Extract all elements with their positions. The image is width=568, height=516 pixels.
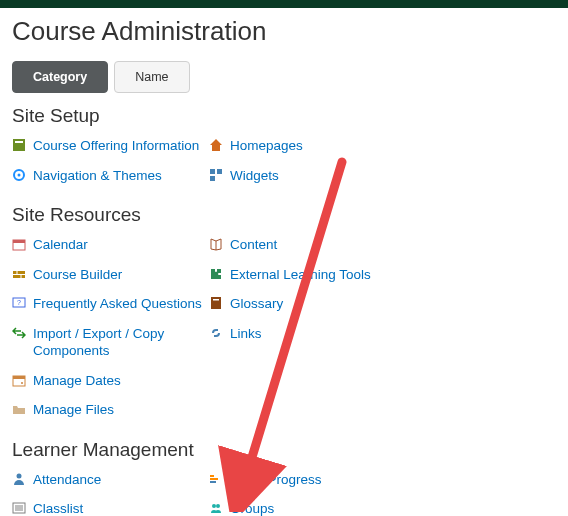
- tool-link[interactable]: Navigation & Themes: [33, 167, 162, 185]
- dates-icon: [12, 373, 26, 387]
- link-item: Manage Dates: [12, 372, 209, 390]
- info-box-icon: [12, 138, 26, 152]
- tool-link[interactable]: Glossary: [230, 295, 283, 313]
- list-icon: [12, 501, 26, 515]
- link-item: Content: [209, 236, 406, 254]
- link-item: Import / Export / Copy Components: [12, 325, 209, 360]
- svg-point-29: [212, 504, 216, 508]
- folder-icon: [12, 402, 26, 416]
- tool-link[interactable]: Classlist: [33, 500, 83, 516]
- tool-link[interactable]: Manage Files: [33, 401, 114, 419]
- link-item: Course Offering Information: [12, 137, 209, 155]
- svg-rect-1: [15, 141, 23, 143]
- link-item: Class Progress: [209, 471, 406, 489]
- main-content: Course Administration Category Name Site…: [0, 8, 568, 516]
- link-item: Glossary: [209, 295, 406, 313]
- tool-link[interactable]: Course Builder: [33, 266, 122, 284]
- widget-icon: [209, 168, 223, 182]
- svg-point-21: [17, 473, 22, 478]
- progress-icon: [209, 472, 223, 486]
- faq-icon: ?: [12, 296, 26, 310]
- tool-link[interactable]: Manage Dates: [33, 372, 121, 390]
- link-item: Groups: [209, 500, 406, 516]
- svg-rect-24: [210, 481, 216, 483]
- arrows-icon: [12, 326, 26, 340]
- tool-link[interactable]: Content: [230, 236, 277, 254]
- page-title: Course Administration: [12, 16, 556, 47]
- tool-link[interactable]: Class Progress: [230, 471, 322, 489]
- tab-name[interactable]: Name: [114, 61, 189, 93]
- link-item: Links: [209, 325, 406, 360]
- calendar-icon: [12, 237, 26, 251]
- svg-rect-0: [13, 139, 25, 151]
- section-title: Site Setup: [12, 105, 556, 127]
- tab-category[interactable]: Category: [12, 61, 108, 93]
- link-grid: Course Offering InformationHomepagesNavi…: [12, 137, 556, 196]
- svg-rect-8: [13, 240, 25, 243]
- svg-rect-6: [210, 176, 215, 181]
- link-item: Course Builder: [12, 266, 209, 284]
- tool-link[interactable]: Attendance: [33, 471, 101, 489]
- link-grid: CalendarContentCourse BuilderExternal Le…: [12, 236, 556, 431]
- tool-link[interactable]: External Learning Tools: [230, 266, 371, 284]
- groups-icon: [209, 501, 223, 515]
- link-item: Navigation & Themes: [12, 167, 209, 185]
- link-item: Widgets: [209, 167, 406, 185]
- target-icon: [12, 168, 26, 182]
- svg-rect-23: [210, 478, 218, 480]
- tool-link[interactable]: Widgets: [230, 167, 279, 185]
- brick-icon: [12, 267, 26, 281]
- link-item: Attendance: [12, 471, 209, 489]
- top-accent-bar: [0, 0, 568, 8]
- svg-rect-17: [213, 299, 219, 301]
- svg-rect-22: [210, 475, 214, 477]
- svg-point-3: [18, 173, 21, 176]
- link-item: [209, 372, 406, 390]
- tool-link[interactable]: Homepages: [230, 137, 303, 155]
- tool-link[interactable]: Frequently Asked Questions: [33, 295, 202, 313]
- tool-link[interactable]: Groups: [230, 500, 274, 516]
- link-item: ?Frequently Asked Questions: [12, 295, 209, 313]
- svg-text:?: ?: [17, 299, 21, 306]
- section-title: Site Resources: [12, 204, 556, 226]
- tool-link[interactable]: Links: [230, 325, 262, 343]
- glossary-icon: [209, 296, 223, 310]
- book-icon: [209, 237, 223, 251]
- svg-rect-16: [211, 297, 221, 309]
- puzzle-icon: [209, 267, 223, 281]
- svg-rect-19: [13, 376, 25, 379]
- link-item: Classlist: [12, 500, 209, 516]
- svg-point-20: [21, 382, 23, 384]
- svg-rect-5: [217, 169, 222, 174]
- tool-link[interactable]: Calendar: [33, 236, 88, 254]
- link-grid: AttendanceClass ProgressClasslistGroups: [12, 471, 556, 516]
- svg-rect-4: [210, 169, 215, 174]
- link-icon: [209, 326, 223, 340]
- section-title: Learner Management: [12, 439, 556, 461]
- home-icon: [209, 138, 223, 152]
- tool-link[interactable]: Import / Export / Copy Components: [33, 325, 209, 360]
- link-item: Homepages: [209, 137, 406, 155]
- svg-point-30: [216, 504, 220, 508]
- link-item: Manage Files: [12, 401, 209, 419]
- link-item: External Learning Tools: [209, 266, 406, 284]
- person-icon: [12, 472, 26, 486]
- tool-link[interactable]: Course Offering Information: [33, 137, 199, 155]
- view-tabs: Category Name: [12, 61, 556, 93]
- link-item: Calendar: [12, 236, 209, 254]
